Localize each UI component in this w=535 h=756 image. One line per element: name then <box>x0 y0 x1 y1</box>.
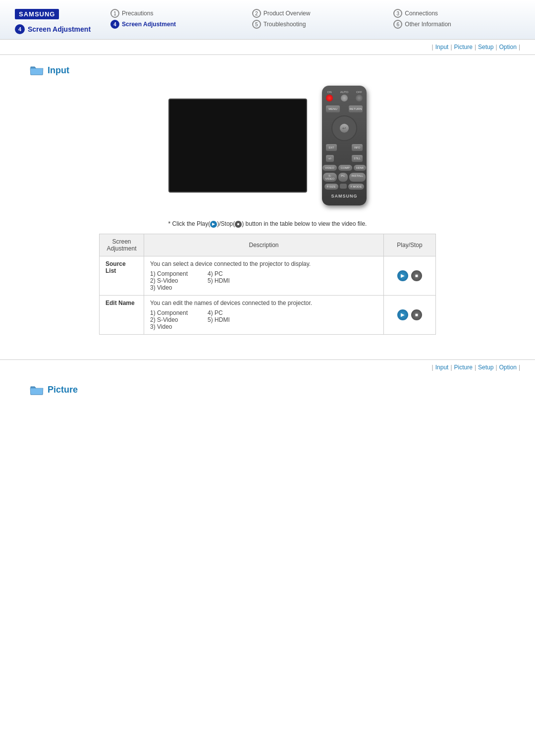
remote-brand-label: SAMSUNG <box>331 194 357 199</box>
col-description: Description <box>144 234 384 256</box>
bottom-sep4: | <box>495 364 497 371</box>
bottom-nav-option-link[interactable]: Option <box>499 364 517 371</box>
remote-menu-button[interactable]: MENU <box>326 105 340 112</box>
source-list-col1: 1) Component 2) S-Video 3) Video <box>150 270 188 291</box>
remote-on-button[interactable] <box>326 95 333 101</box>
nav-item-other-information[interactable]: 6 Other Information <box>393 20 520 29</box>
remote-dpad[interactable]: ↩ <box>331 115 357 141</box>
remote-svideo-btn[interactable]: S-VIDEO <box>323 173 337 182</box>
remote-exit-button[interactable]: EXIT <box>326 144 337 151</box>
nav-picture-link[interactable]: Picture <box>454 44 473 50</box>
nav-label-3: Connections <box>405 10 438 17</box>
bottom-nav-setup-link[interactable]: Setup <box>478 364 493 371</box>
nav-item-screen-adjustment[interactable]: 4 Screen Adjustment <box>110 20 237 29</box>
edit-name-items: 1) Component 2) S-Video 3) Video 4) PC 5… <box>150 309 377 330</box>
nav-input-link[interactable]: Input <box>435 44 449 50</box>
source-list-play-button[interactable]: ▶ <box>397 270 408 281</box>
edit-item-5: 5) HDMI <box>208 316 230 323</box>
picture-section-icon <box>30 385 44 396</box>
bottom-nav-input-link[interactable]: Input <box>435 364 449 371</box>
bottom-nav-bar: | Input | Picture | Setup | Option | <box>0 359 535 375</box>
nav-label-2: Product Overview <box>264 10 311 17</box>
nav-num-3: 3 <box>393 9 402 18</box>
remote-info-button[interactable]: INFO <box>352 144 363 151</box>
nav-item-connections[interactable]: 3 Connections <box>393 9 520 18</box>
media-area: ON AUTO OFF MENU RETURN ↩ <box>30 86 505 205</box>
remote-mid-row: EXIT INFO <box>326 144 363 151</box>
remote-top-row: ON AUTO OFF <box>326 91 363 101</box>
edit-item-3: 3) Video <box>150 323 188 330</box>
picture-section: Picture <box>0 375 535 425</box>
bottom-nav-picture-link[interactable]: Picture <box>454 364 473 371</box>
edit-name-stop-button[interactable]: ■ <box>411 309 422 320</box>
remote-video-btn[interactable]: VIDEO <box>322 165 337 171</box>
picture-title-text: Picture <box>48 385 78 395</box>
edit-name-play-stop: ▶ ■ <box>384 295 436 334</box>
nav-num-6: 6 <box>393 20 402 29</box>
sep1: | <box>432 44 433 50</box>
nav-num-2: 2 <box>252 9 261 18</box>
source-item-5: 5) HDMI <box>208 277 230 284</box>
top-nav-bar: | Input | Picture | Setup | Option | <box>0 40 535 55</box>
hint-text: * Click the Play(▶)/Stop(■) button in th… <box>30 220 505 228</box>
nav-num-1: 1 <box>110 9 119 18</box>
col-play-stop: Play/Stop <box>384 234 436 256</box>
source-item-2: 2) S-Video <box>150 277 188 284</box>
picture-section-title: Picture <box>30 385 505 396</box>
remote-on-label: ON <box>327 91 332 94</box>
source-list-intro: You can select a device connected to the… <box>150 260 377 267</box>
stop-icon-hint: ■ <box>235 221 242 228</box>
remote-source-row2: S-VIDEO PC INSTALL <box>323 173 366 182</box>
remote-auto-label: AUTO <box>340 91 349 94</box>
nav-item-product-overview[interactable]: 2 Product Overview <box>252 9 379 18</box>
remote-psize-btn[interactable]: P.SIZE <box>324 184 338 190</box>
input-section: Input ON AUTO OFF MENU <box>0 55 535 345</box>
remote-comp-btn[interactable]: COMP <box>338 165 352 171</box>
nav-item-precautions[interactable]: 1 Precautions <box>110 9 237 18</box>
nav-setup-link[interactable]: Setup <box>478 44 493 50</box>
remote-hdmi-btn[interactable]: HDMI <box>354 165 366 171</box>
edit-name-play-button[interactable]: ▶ <box>397 309 408 320</box>
remote-install-btn[interactable]: INSTALL <box>349 173 366 182</box>
input-title-text: Input <box>48 65 69 76</box>
play-icon-hint: ▶ <box>210 221 217 228</box>
remote-dpad-center[interactable]: ↩ <box>340 124 349 133</box>
source-list-desc: You can select a device connected to the… <box>144 256 384 295</box>
remote-off-button[interactable] <box>356 95 363 101</box>
header-left: SAMSUNG 4 Screen Adjustment <box>15 9 91 34</box>
samsung-logo: SAMSUNG <box>15 9 59 19</box>
remote-source-row: VIDEO COMP HDMI <box>322 165 366 171</box>
nav-label-6: Other Information <box>405 21 451 28</box>
remote-control: ON AUTO OFF MENU RETURN ↩ <box>322 86 367 205</box>
nav-label-4: Screen Adjustment <box>122 21 176 28</box>
input-section-icon <box>30 65 44 76</box>
tv-screen <box>168 99 307 193</box>
col-screen-adjustment: Screen Adjustment <box>100 234 144 256</box>
remote-return-button[interactable]: RETURN <box>349 105 363 112</box>
nav-label-1: Precautions <box>122 10 153 17</box>
source-item-1: 1) Component <box>150 270 188 277</box>
source-list-items: 1) Component 2) S-Video 3) Video 4) PC 5… <box>150 270 377 291</box>
edit-item-1: 1) Component <box>150 309 188 316</box>
source-item-4: 4) PC <box>208 270 230 277</box>
info-table: Screen Adjustment Description Play/Stop … <box>99 234 436 335</box>
edit-item-4: 4) PC <box>208 309 230 316</box>
nav-option-link[interactable]: Option <box>499 44 517 50</box>
remote-still-button[interactable]: STILL <box>352 155 363 162</box>
remote-pc-btn[interactable]: PC <box>338 173 347 182</box>
remote-blank-btn <box>340 184 347 189</box>
source-list-col2: 4) PC 5) HDMI <box>208 270 230 291</box>
edit-name-desc: You can edit the names of devices connec… <box>144 295 384 334</box>
remote-fmode-btn[interactable]: F.MODE <box>348 184 365 190</box>
table-row-source-list: Source List You can select a device conn… <box>100 256 436 295</box>
remote-vol-button[interactable]: +/- <box>326 155 334 162</box>
sep2: | <box>450 44 452 50</box>
remote-auto-button[interactable] <box>341 95 348 101</box>
nav-item-troubleshooting[interactable]: 5 Troubleshooting <box>252 20 379 29</box>
edit-name-header: Edit Name <box>100 295 144 334</box>
hint-suffix: ) button in the table below to view the … <box>242 220 367 227</box>
remote-menu-row: MENU RETURN <box>326 105 363 112</box>
bottom-sep3: | <box>475 364 476 371</box>
hint-mid: )/Stop( <box>217 220 235 227</box>
source-list-stop-button[interactable]: ■ <box>411 270 422 281</box>
